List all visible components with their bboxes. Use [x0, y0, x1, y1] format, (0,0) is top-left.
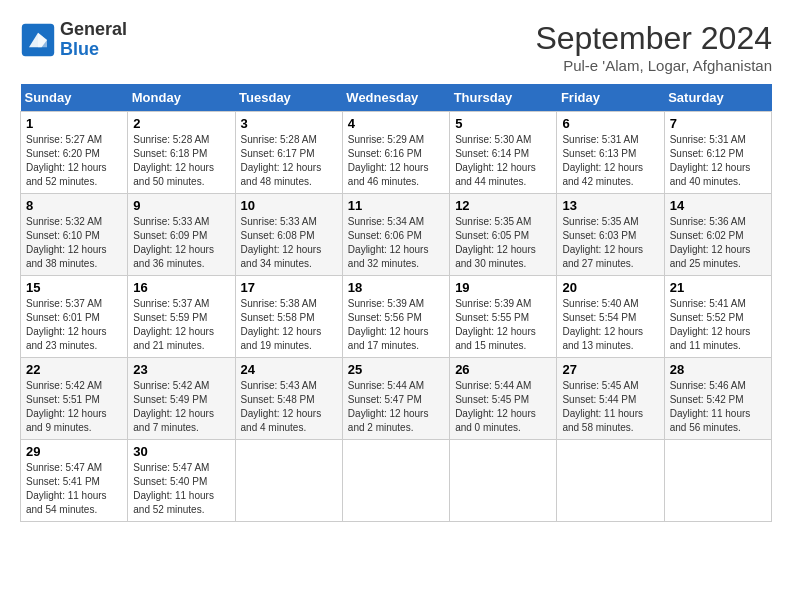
day-number: 29 [26, 444, 122, 459]
day-detail: Sunrise: 5:28 AM Sunset: 6:17 PM Dayligh… [241, 133, 337, 189]
day-detail: Sunrise: 5:33 AM Sunset: 6:08 PM Dayligh… [241, 215, 337, 271]
calendar-cell: 25Sunrise: 5:44 AM Sunset: 5:47 PM Dayli… [342, 358, 449, 440]
day-detail: Sunrise: 5:42 AM Sunset: 5:49 PM Dayligh… [133, 379, 229, 435]
day-detail: Sunrise: 5:38 AM Sunset: 5:58 PM Dayligh… [241, 297, 337, 353]
day-number: 19 [455, 280, 551, 295]
calendar-cell [342, 440, 449, 522]
calendar-cell: 6Sunrise: 5:31 AM Sunset: 6:13 PM Daylig… [557, 112, 664, 194]
week-row-3: 15Sunrise: 5:37 AM Sunset: 6:01 PM Dayli… [21, 276, 772, 358]
day-detail: Sunrise: 5:45 AM Sunset: 5:44 PM Dayligh… [562, 379, 658, 435]
calendar-cell [557, 440, 664, 522]
calendar-cell: 19Sunrise: 5:39 AM Sunset: 5:55 PM Dayli… [450, 276, 557, 358]
header-thursday: Thursday [450, 84, 557, 112]
day-detail: Sunrise: 5:39 AM Sunset: 5:56 PM Dayligh… [348, 297, 444, 353]
day-number: 15 [26, 280, 122, 295]
calendar-cell: 13Sunrise: 5:35 AM Sunset: 6:03 PM Dayli… [557, 194, 664, 276]
day-detail: Sunrise: 5:47 AM Sunset: 5:40 PM Dayligh… [133, 461, 229, 517]
day-number: 20 [562, 280, 658, 295]
day-detail: Sunrise: 5:36 AM Sunset: 6:02 PM Dayligh… [670, 215, 766, 271]
week-row-5: 29Sunrise: 5:47 AM Sunset: 5:41 PM Dayli… [21, 440, 772, 522]
day-number: 13 [562, 198, 658, 213]
calendar-cell [664, 440, 771, 522]
header-monday: Monday [128, 84, 235, 112]
day-number: 6 [562, 116, 658, 131]
calendar-cell: 17Sunrise: 5:38 AM Sunset: 5:58 PM Dayli… [235, 276, 342, 358]
day-detail: Sunrise: 5:33 AM Sunset: 6:09 PM Dayligh… [133, 215, 229, 271]
calendar-cell: 7Sunrise: 5:31 AM Sunset: 6:12 PM Daylig… [664, 112, 771, 194]
calendar-cell: 28Sunrise: 5:46 AM Sunset: 5:42 PM Dayli… [664, 358, 771, 440]
day-detail: Sunrise: 5:28 AM Sunset: 6:18 PM Dayligh… [133, 133, 229, 189]
calendar-cell: 30Sunrise: 5:47 AM Sunset: 5:40 PM Dayli… [128, 440, 235, 522]
day-number: 7 [670, 116, 766, 131]
day-detail: Sunrise: 5:31 AM Sunset: 6:13 PM Dayligh… [562, 133, 658, 189]
day-number: 25 [348, 362, 444, 377]
day-number: 3 [241, 116, 337, 131]
day-number: 11 [348, 198, 444, 213]
day-number: 4 [348, 116, 444, 131]
day-detail: Sunrise: 5:35 AM Sunset: 6:03 PM Dayligh… [562, 215, 658, 271]
month-title: September 2024 [535, 20, 772, 57]
day-detail: Sunrise: 5:31 AM Sunset: 6:12 PM Dayligh… [670, 133, 766, 189]
day-number: 12 [455, 198, 551, 213]
day-detail: Sunrise: 5:34 AM Sunset: 6:06 PM Dayligh… [348, 215, 444, 271]
day-number: 28 [670, 362, 766, 377]
day-number: 14 [670, 198, 766, 213]
day-number: 2 [133, 116, 229, 131]
calendar-cell: 8Sunrise: 5:32 AM Sunset: 6:10 PM Daylig… [21, 194, 128, 276]
logo-line1: General [60, 20, 127, 40]
day-detail: Sunrise: 5:32 AM Sunset: 6:10 PM Dayligh… [26, 215, 122, 271]
calendar-cell: 27Sunrise: 5:45 AM Sunset: 5:44 PM Dayli… [557, 358, 664, 440]
day-detail: Sunrise: 5:43 AM Sunset: 5:48 PM Dayligh… [241, 379, 337, 435]
day-number: 26 [455, 362, 551, 377]
week-row-1: 1Sunrise: 5:27 AM Sunset: 6:20 PM Daylig… [21, 112, 772, 194]
header-wednesday: Wednesday [342, 84, 449, 112]
day-detail: Sunrise: 5:37 AM Sunset: 6:01 PM Dayligh… [26, 297, 122, 353]
calendar-cell: 15Sunrise: 5:37 AM Sunset: 6:01 PM Dayli… [21, 276, 128, 358]
calendar-cell: 18Sunrise: 5:39 AM Sunset: 5:56 PM Dayli… [342, 276, 449, 358]
day-detail: Sunrise: 5:42 AM Sunset: 5:51 PM Dayligh… [26, 379, 122, 435]
calendar-cell: 4Sunrise: 5:29 AM Sunset: 6:16 PM Daylig… [342, 112, 449, 194]
calendar-cell: 1Sunrise: 5:27 AM Sunset: 6:20 PM Daylig… [21, 112, 128, 194]
header-saturday: Saturday [664, 84, 771, 112]
day-detail: Sunrise: 5:39 AM Sunset: 5:55 PM Dayligh… [455, 297, 551, 353]
week-row-4: 22Sunrise: 5:42 AM Sunset: 5:51 PM Dayli… [21, 358, 772, 440]
day-detail: Sunrise: 5:35 AM Sunset: 6:05 PM Dayligh… [455, 215, 551, 271]
day-number: 1 [26, 116, 122, 131]
day-number: 16 [133, 280, 229, 295]
location: Pul-e 'Alam, Logar, Afghanistan [535, 57, 772, 74]
day-detail: Sunrise: 5:27 AM Sunset: 6:20 PM Dayligh… [26, 133, 122, 189]
day-number: 18 [348, 280, 444, 295]
calendar-cell: 3Sunrise: 5:28 AM Sunset: 6:17 PM Daylig… [235, 112, 342, 194]
logo-line2: Blue [60, 40, 127, 60]
day-number: 21 [670, 280, 766, 295]
day-detail: Sunrise: 5:29 AM Sunset: 6:16 PM Dayligh… [348, 133, 444, 189]
day-number: 22 [26, 362, 122, 377]
day-number: 5 [455, 116, 551, 131]
logo-icon [20, 22, 56, 58]
calendar-cell [450, 440, 557, 522]
calendar-table: SundayMondayTuesdayWednesdayThursdayFrid… [20, 84, 772, 522]
title-section: September 2024 Pul-e 'Alam, Logar, Afgha… [535, 20, 772, 74]
calendar-cell: 26Sunrise: 5:44 AM Sunset: 5:45 PM Dayli… [450, 358, 557, 440]
day-detail: Sunrise: 5:47 AM Sunset: 5:41 PM Dayligh… [26, 461, 122, 517]
calendar-cell: 20Sunrise: 5:40 AM Sunset: 5:54 PM Dayli… [557, 276, 664, 358]
day-detail: Sunrise: 5:44 AM Sunset: 5:47 PM Dayligh… [348, 379, 444, 435]
calendar-cell: 12Sunrise: 5:35 AM Sunset: 6:05 PM Dayli… [450, 194, 557, 276]
calendar-cell: 21Sunrise: 5:41 AM Sunset: 5:52 PM Dayli… [664, 276, 771, 358]
day-number: 17 [241, 280, 337, 295]
calendar-cell: 2Sunrise: 5:28 AM Sunset: 6:18 PM Daylig… [128, 112, 235, 194]
page-header: General Blue September 2024 Pul-e 'Alam,… [20, 20, 772, 74]
day-detail: Sunrise: 5:44 AM Sunset: 5:45 PM Dayligh… [455, 379, 551, 435]
day-number: 27 [562, 362, 658, 377]
header-tuesday: Tuesday [235, 84, 342, 112]
day-number: 9 [133, 198, 229, 213]
day-number: 10 [241, 198, 337, 213]
day-detail: Sunrise: 5:40 AM Sunset: 5:54 PM Dayligh… [562, 297, 658, 353]
calendar-cell [235, 440, 342, 522]
calendar-cell: 11Sunrise: 5:34 AM Sunset: 6:06 PM Dayli… [342, 194, 449, 276]
day-detail: Sunrise: 5:37 AM Sunset: 5:59 PM Dayligh… [133, 297, 229, 353]
header-sunday: Sunday [21, 84, 128, 112]
calendar-cell: 5Sunrise: 5:30 AM Sunset: 6:14 PM Daylig… [450, 112, 557, 194]
week-row-2: 8Sunrise: 5:32 AM Sunset: 6:10 PM Daylig… [21, 194, 772, 276]
calendar-cell: 24Sunrise: 5:43 AM Sunset: 5:48 PM Dayli… [235, 358, 342, 440]
